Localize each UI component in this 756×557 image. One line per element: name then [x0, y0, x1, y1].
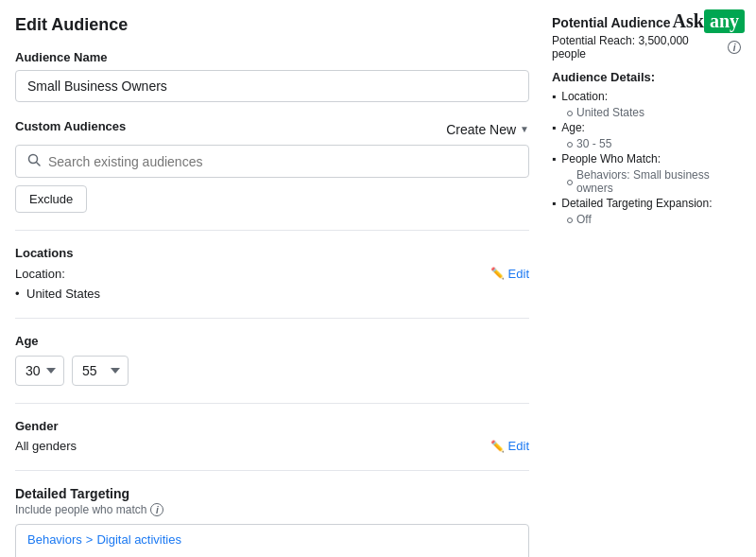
gender-row: All genders ✏️ Edit — [15, 439, 529, 453]
left-panel: Edit Audience Audience Name Custom Audie… — [15, 15, 529, 557]
detailed-targeting-section: Detailed Targeting Include people who ma… — [15, 486, 529, 557]
audience-details-title: Audience Details: — [552, 70, 741, 84]
divider-2 — [15, 318, 529, 319]
search-audiences-input[interactable] — [48, 154, 517, 169]
info-icon[interactable]: i — [150, 503, 163, 516]
location-value: United States — [15, 287, 529, 301]
logo-badge: any — [704, 9, 745, 33]
detail-people-match: ▪ People Who Match: Behaviors: Small bus… — [552, 152, 741, 195]
custom-audiences-header: Custom Audiences Create New ▼ — [15, 119, 529, 139]
gender-edit-label: Edit — [508, 439, 529, 453]
breadcrumb-behaviors[interactable]: Behaviors — [27, 532, 82, 547]
pencil-icon: ✏️ — [490, 267, 505, 280]
location-label: Location: — [15, 266, 65, 281]
detail-bullet-location: ▪ — [552, 90, 556, 103]
age-label: Age — [15, 334, 529, 348]
age-min-select[interactable]: 30 18 21 25 35 40 45 50 55 60 65 — [15, 356, 64, 386]
breadcrumb-digital-activities[interactable]: Digital activities — [96, 532, 181, 547]
audience-name-section: Audience Name — [15, 50, 529, 102]
locations-edit-button[interactable]: ✏️ Edit — [490, 267, 529, 281]
audience-name-label: Audience Name — [15, 50, 529, 64]
logo: Ask any — [673, 9, 745, 33]
divider-3 — [15, 403, 529, 404]
pencil-icon-gender: ✏️ — [490, 440, 505, 453]
detail-location-value: United States — [576, 106, 644, 119]
detail-location: ▪ Location: United States — [552, 90, 741, 119]
locations-edit-label: Edit — [508, 267, 529, 281]
detail-people-value: Behaviors: Small business owners — [576, 168, 741, 195]
potential-reach: Potential Reach: 3,500,000 people i — [552, 34, 741, 61]
breadcrumb: Behaviors > Digital activities — [16, 525, 528, 547]
detailed-targeting-title: Detailed Targeting — [15, 486, 529, 501]
detail-expansion-sub: Off — [552, 213, 741, 226]
detail-age-value: 30 - 55 — [576, 137, 611, 150]
circle-bullet-people — [567, 180, 573, 185]
detail-age-label: Age: — [561, 121, 585, 134]
include-label: Include people who match i — [15, 503, 529, 516]
targeting-tag: Small business owners — [16, 547, 528, 557]
page-title: Edit Audience — [15, 15, 529, 35]
search-icon — [27, 153, 41, 169]
gender-section: Gender All genders ✏️ Edit — [15, 419, 529, 453]
circle-bullet-location — [567, 111, 573, 116]
detail-location-label: Location: — [561, 90, 608, 103]
right-panel: Potential Audience Potential Reach: 3,50… — [552, 15, 741, 557]
detail-age-sub: 30 - 55 — [552, 137, 741, 150]
exclude-button[interactable]: Exclude — [15, 185, 87, 213]
potential-reach-text: Potential Reach: 3,500,000 people — [552, 34, 724, 61]
chevron-down-icon: ▼ — [520, 124, 529, 134]
divider-1 — [15, 230, 529, 231]
gender-label: Gender — [15, 419, 529, 433]
detail-expansion-value: Off — [576, 213, 592, 226]
locations-header: Location: ✏️ Edit — [15, 266, 529, 281]
age-section: Age 30 18 21 25 35 40 45 50 55 60 65 — [15, 334, 529, 386]
custom-audiences-label: Custom Audiences — [15, 119, 126, 133]
locations-title: Locations — [15, 246, 529, 260]
custom-audiences-section: Custom Audiences Create New ▼ — [15, 119, 529, 213]
search-box — [15, 145, 529, 178]
locations-section: Locations Location: ✏️ Edit United State… — [15, 246, 529, 301]
breadcrumb-separator: > — [86, 532, 94, 547]
potential-audience-title: Potential Audience — [552, 15, 671, 30]
divider-4 — [15, 470, 529, 471]
detail-expansion: ▪ Detailed Targeting Expansion: Off — [552, 197, 741, 226]
logo-ask: Ask — [673, 10, 704, 32]
detail-expansion-label: Detailed Targeting Expansion: — [561, 197, 712, 210]
svg-line-1 — [37, 163, 41, 166]
audience-name-input[interactable] — [15, 70, 529, 102]
detail-age: ▪ Age: 30 - 55 — [552, 121, 741, 150]
detail-location-sub: United States — [552, 106, 741, 119]
create-new-label: Create New — [446, 122, 516, 137]
detail-people-sub: Behaviors: Small business owners — [552, 168, 741, 195]
gender-edit-button[interactable]: ✏️ Edit — [490, 439, 529, 453]
circle-bullet-age — [567, 142, 573, 148]
create-new-button[interactable]: Create New ▼ — [446, 122, 529, 137]
gender-value: All genders — [15, 439, 77, 453]
info-icon-reach[interactable]: i — [728, 41, 741, 54]
age-dropdowns: 30 18 21 25 35 40 45 50 55 60 65 55 — [15, 356, 529, 386]
detail-people-label: People Who Match: — [561, 152, 661, 165]
targeting-box: Behaviors > Digital activities Small bus… — [15, 524, 529, 557]
detail-bullet-age: ▪ — [552, 121, 556, 134]
detail-bullet-expansion: ▪ — [552, 197, 556, 210]
detail-bullet-people: ▪ — [552, 152, 556, 165]
age-max-select[interactable]: 55 25 30 35 40 45 50 60 65 65+ — [72, 356, 129, 386]
circle-bullet-expansion — [567, 218, 573, 223]
